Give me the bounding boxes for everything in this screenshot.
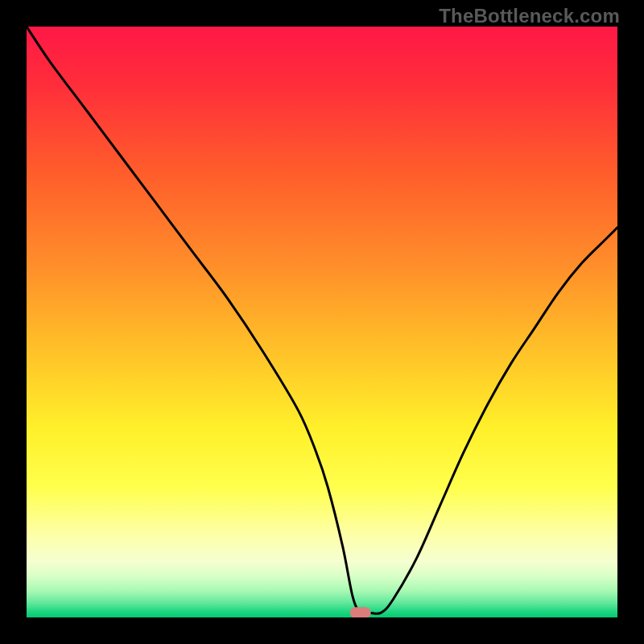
- chart-background: [27, 27, 617, 617]
- optimal-marker: [350, 607, 371, 617]
- watermark-text: TheBottleneck.com: [439, 5, 620, 27]
- bottleneck-chart: [27, 27, 617, 617]
- chart-container: TheBottleneck.com: [0, 0, 644, 644]
